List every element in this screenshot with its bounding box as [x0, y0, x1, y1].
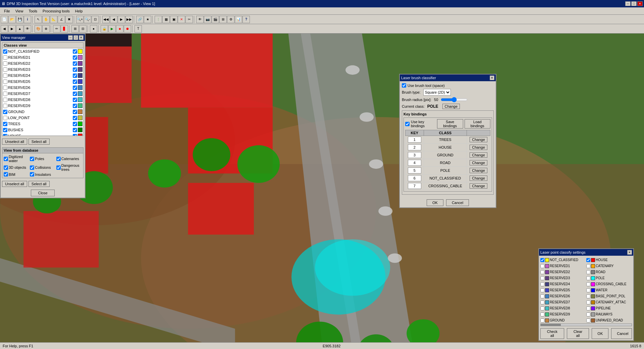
- class-checkbox-4[interactable]: [3, 73, 7, 78]
- load-bindings-btn[interactable]: Load bindings: [465, 119, 490, 129]
- settings-btn[interactable]: ⚙: [227, 16, 234, 23]
- brush-type-select[interactable]: Square (2D): [423, 89, 451, 96]
- db-item-checkbox-6[interactable]: [4, 172, 8, 177]
- zoom-in-btn[interactable]: 🔍+: [76, 16, 84, 23]
- depth-btn[interactable]: ⊕: [42, 25, 50, 33]
- classify-checkbox-15[interactable]: [586, 300, 590, 304]
- color-btn[interactable]: 🎨: [35, 25, 42, 33]
- camera-btn[interactable]: 📷: [204, 16, 211, 23]
- classify-checkbox-5[interactable]: [586, 270, 590, 274]
- key-input-0[interactable]: [408, 137, 421, 143]
- eye-btn[interactable]: 👁: [196, 16, 204, 23]
- panel-minimize-btn[interactable]: ─: [68, 35, 73, 40]
- binding-change-btn-2[interactable]: Change: [470, 152, 487, 158]
- use-key-bindings-checkbox[interactable]: [405, 122, 410, 126]
- current-class-change-btn[interactable]: Change: [442, 104, 460, 109]
- class-checkbox-0[interactable]: [3, 49, 7, 54]
- close-view-manager-btn[interactable]: Close: [31, 190, 54, 196]
- class-checkbox-2[interactable]: [3, 61, 7, 66]
- class-vis-checkbox-6[interactable]: [73, 86, 77, 90]
- delete-btn[interactable]: ✖: [65, 16, 73, 23]
- class-checkbox-5[interactable]: [3, 80, 7, 84]
- brush-radius-slider[interactable]: [441, 97, 468, 102]
- minimize-button[interactable]: ─: [625, 1, 631, 6]
- classify-checkbox-16[interactable]: [540, 306, 544, 310]
- panel-restore-btn[interactable]: □: [73, 35, 78, 40]
- grid2-btn[interactable]: ⊟: [79, 25, 87, 33]
- classify-checkbox-14[interactable]: [540, 300, 544, 304]
- classify-checkbox-20[interactable]: [540, 318, 544, 322]
- select-btn[interactable]: ↖: [35, 16, 42, 23]
- chart-btn[interactable]: 📊: [235, 16, 242, 23]
- info-btn[interactable]: i: [24, 16, 31, 23]
- class-vis-checkbox-0[interactable]: [73, 49, 77, 54]
- unselect-all-db-btn[interactable]: Unselect all: [2, 181, 27, 187]
- select-all-classes-btn[interactable]: Select all: [29, 139, 50, 145]
- bar-btn[interactable]: ▊: [61, 25, 68, 33]
- class-vis-checkbox-1[interactable]: [73, 55, 77, 60]
- class-checkbox-12[interactable]: [3, 122, 7, 126]
- star-btn[interactable]: ★: [144, 16, 151, 23]
- classify-checkbox-10[interactable]: [540, 288, 544, 292]
- fence-btn[interactable]: ⊞: [71, 25, 79, 33]
- laser3-btn[interactable]: ▣: [170, 16, 177, 23]
- classify-checkbox-8[interactable]: [540, 282, 544, 286]
- next2-btn[interactable]: ▶▶: [125, 16, 133, 23]
- classify-checkbox-21[interactable]: [586, 318, 590, 322]
- classify-checkbox-9[interactable]: [586, 282, 590, 286]
- pencil-btn[interactable]: ✏: [53, 25, 60, 33]
- class-checkbox-7[interactable]: [3, 92, 7, 96]
- video-btn[interactable]: 🎬: [212, 16, 219, 23]
- classify-checkbox-19[interactable]: [586, 312, 590, 316]
- db-item-checkbox-5[interactable]: [56, 165, 61, 170]
- classify-checkbox-7[interactable]: [586, 276, 590, 280]
- binding-change-btn-1[interactable]: Change: [470, 145, 487, 150]
- classify-checkbox-13[interactable]: [586, 294, 590, 298]
- zoom-out-btn[interactable]: 🔍-: [84, 16, 91, 23]
- class-vis-checkbox-5[interactable]: [73, 80, 77, 84]
- class-checkbox-3[interactable]: [3, 67, 7, 72]
- db-item-checkbox-7[interactable]: [30, 172, 34, 177]
- laser-brush-close-btn[interactable]: ✕: [490, 76, 494, 80]
- class-checkbox-9[interactable]: [3, 104, 7, 108]
- help-btn[interactable]: ?: [243, 16, 250, 23]
- use-brush-checkbox[interactable]: [402, 83, 406, 88]
- class-vis-checkbox-4[interactable]: [73, 73, 77, 78]
- cut-btn[interactable]: ✂: [185, 16, 193, 23]
- class-checkbox-10[interactable]: [3, 110, 7, 114]
- key-input-6[interactable]: [408, 183, 421, 189]
- maximize-button[interactable]: □: [631, 1, 637, 6]
- nav-fwd[interactable]: ▶: [8, 25, 16, 33]
- check-all-btn[interactable]: Check all: [540, 328, 564, 339]
- open-btn[interactable]: 📂: [8, 16, 16, 23]
- key-input-5[interactable]: [408, 175, 421, 181]
- class-vis-checkbox-11[interactable]: [73, 116, 77, 120]
- class-checkbox-8[interactable]: [3, 98, 7, 102]
- view-btn[interactable]: 👁: [24, 25, 31, 33]
- save-bindings-btn[interactable]: Save bindings: [437, 119, 463, 129]
- key-input-3[interactable]: [408, 160, 421, 166]
- measure-btn[interactable]: 📐: [50, 16, 57, 23]
- binding-change-btn-5[interactable]: Change: [470, 176, 487, 181]
- zoom-fit-btn[interactable]: ⊡: [92, 16, 99, 23]
- save-btn[interactable]: 💾: [16, 16, 23, 23]
- link-btn[interactable]: 🔗: [136, 16, 144, 23]
- class-vis-checkbox-9[interactable]: [73, 104, 77, 108]
- classify-checkbox-0[interactable]: [540, 258, 544, 262]
- menu-file[interactable]: File: [1, 8, 13, 14]
- new-btn[interactable]: 📄: [1, 16, 8, 23]
- db-item-checkbox-2[interactable]: [56, 157, 61, 161]
- clear-all-btn[interactable]: Clear all: [567, 328, 589, 339]
- class-checkbox-1[interactable]: [3, 55, 7, 60]
- lock-btn[interactable]: 🔒: [101, 25, 108, 33]
- nav-up[interactable]: ▲: [16, 25, 23, 33]
- cross-btn[interactable]: ✕: [178, 16, 185, 23]
- unselect-all-classes-btn[interactable]: Unselect all: [2, 139, 27, 145]
- rec-btn[interactable]: ⏺: [124, 25, 131, 33]
- stop-btn[interactable]: ■: [116, 25, 123, 33]
- prev2-btn[interactable]: ◀: [110, 16, 117, 23]
- menu-help[interactable]: Help: [72, 8, 86, 14]
- text-btn[interactable]: T: [135, 25, 142, 33]
- menu-processing-tools[interactable]: Processing tools: [40, 8, 72, 14]
- panel-close-btn[interactable]: ✕: [79, 35, 84, 40]
